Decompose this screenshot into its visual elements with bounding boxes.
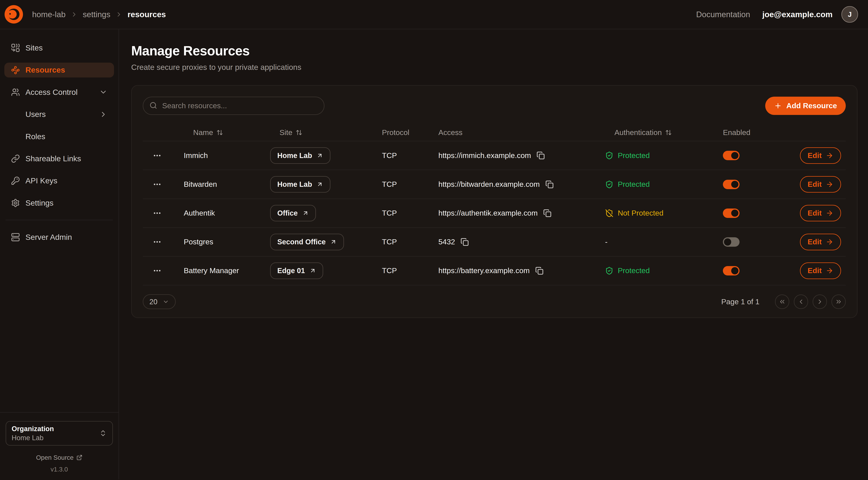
- auth-status-label: -: [605, 238, 608, 246]
- app-version: v1.3.0: [6, 466, 113, 473]
- auth-status: -: [605, 238, 608, 246]
- auth-status-label: Protected: [618, 266, 650, 275]
- sidebar-item-roles[interactable]: Roles: [4, 129, 114, 144]
- resources-card: Add Resource Name Site Protocol Access: [131, 85, 858, 318]
- arrow-right-icon: [826, 267, 833, 275]
- ellipsis-icon: [153, 209, 162, 217]
- sidebar-item-shareable-links[interactable]: Shareable Links: [4, 151, 114, 166]
- edit-button[interactable]: Edit: [800, 176, 841, 193]
- sidebar-item-api-keys[interactable]: API Keys: [4, 173, 114, 188]
- site-name: Home Lab: [277, 180, 312, 188]
- enabled-toggle[interactable]: [723, 209, 740, 218]
- page-size-select[interactable]: 20: [143, 294, 176, 309]
- sidebar-item-sites[interactable]: Sites: [4, 40, 114, 55]
- last-page-button[interactable]: [832, 295, 846, 309]
- protocol-value: TCP: [382, 238, 438, 246]
- copy-icon: [543, 209, 552, 217]
- site-name: Second Office: [277, 238, 326, 246]
- protocol-value: TCP: [382, 180, 438, 189]
- search-icon: [150, 101, 157, 109]
- enabled-toggle[interactable]: [723, 237, 740, 247]
- auth-status: Protected: [605, 266, 650, 275]
- next-page-button[interactable]: [813, 295, 827, 309]
- row-actions-button[interactable]: [151, 207, 164, 220]
- edit-button[interactable]: Edit: [800, 263, 841, 279]
- sidebar-item-access-control[interactable]: Access Control: [4, 85, 114, 100]
- access-url: https://battery.example.com: [438, 266, 530, 275]
- copy-button[interactable]: [536, 151, 545, 160]
- edit-label: Edit: [808, 180, 822, 189]
- sidebar-item-label: Shareable Links: [26, 154, 81, 163]
- auth-status-label: Protected: [618, 151, 650, 160]
- column-authentication[interactable]: Authentication: [605, 128, 723, 137]
- copy-button[interactable]: [535, 267, 544, 275]
- page-indicator: Page 1 of 1: [721, 298, 760, 306]
- row-actions-button[interactable]: [151, 264, 164, 277]
- user-email: joe@example.com: [762, 10, 833, 19]
- page-subtitle: Create secure proxies to your private ap…: [131, 63, 858, 72]
- arrow-right-icon: [826, 209, 833, 217]
- pangolin-logo-icon[interactable]: [3, 4, 24, 25]
- resource-name: Immich: [184, 151, 270, 160]
- organization-label: Organization: [11, 425, 54, 433]
- enabled-toggle[interactable]: [723, 266, 740, 275]
- resource-name: Authentik: [184, 209, 270, 217]
- site-link-button[interactable]: Home Lab: [270, 176, 331, 193]
- arrow-up-right-icon: [302, 210, 309, 216]
- protocol-value: TCP: [382, 266, 438, 275]
- chevron-right-icon: [115, 11, 123, 18]
- auth-status: Not Protected: [605, 209, 663, 217]
- toggle-knob: [731, 210, 739, 217]
- toggle-knob: [724, 238, 731, 246]
- toggle-knob: [731, 152, 739, 159]
- add-resource-label: Add Resource: [786, 101, 837, 110]
- edit-button[interactable]: Edit: [800, 147, 841, 164]
- sidebar-item-settings[interactable]: Settings: [4, 196, 114, 210]
- user-avatar[interactable]: J: [841, 6, 858, 23]
- breadcrumb-section[interactable]: settings: [83, 10, 111, 19]
- copy-button[interactable]: [461, 238, 469, 246]
- breadcrumb-page: resources: [128, 10, 166, 19]
- enabled-toggle[interactable]: [723, 151, 740, 160]
- documentation-link[interactable]: Documentation: [696, 10, 750, 19]
- add-resource-button[interactable]: Add Resource: [765, 97, 846, 115]
- copy-button[interactable]: [546, 180, 554, 189]
- sidebar-divider: [6, 220, 113, 220]
- sidebar-item-label: Sites: [26, 43, 43, 52]
- edit-button[interactable]: Edit: [800, 205, 841, 221]
- sidebar-item-users[interactable]: Users: [4, 107, 114, 122]
- sidebar-item-server-admin[interactable]: Server Admin: [4, 230, 114, 245]
- sidebar-item-label: Settings: [26, 199, 54, 207]
- row-actions-button[interactable]: [151, 178, 164, 191]
- copy-icon: [461, 238, 469, 246]
- column-name[interactable]: Name: [184, 128, 270, 137]
- site-link-button[interactable]: Home Lab: [270, 147, 331, 164]
- row-actions-button[interactable]: [151, 149, 164, 162]
- site-link-button[interactable]: Office: [270, 205, 316, 221]
- auth-status: Protected: [605, 180, 650, 189]
- arrow-up-right-icon: [316, 152, 323, 159]
- search-input[interactable]: [143, 97, 324, 115]
- sidebar: Sites Resources Access Control Users Rol…: [0, 29, 119, 479]
- site-link-button[interactable]: Second Office: [270, 234, 344, 250]
- table-footer: 20 Page 1 of 1: [143, 285, 846, 318]
- open-source-link[interactable]: Open Source: [6, 454, 113, 461]
- chevron-left-icon: [798, 298, 805, 305]
- edit-label: Edit: [808, 151, 822, 160]
- enabled-toggle[interactable]: [723, 180, 740, 189]
- organization-selector[interactable]: Organization Home Lab: [6, 421, 113, 446]
- column-site[interactable]: Site: [270, 128, 382, 137]
- link-icon: [11, 154, 20, 163]
- site-link-button[interactable]: Edge 01: [270, 263, 323, 279]
- users-icon: [11, 88, 20, 97]
- first-page-button[interactable]: [775, 295, 789, 309]
- chevron-right-icon: [816, 298, 824, 305]
- copy-button[interactable]: [543, 209, 552, 217]
- breadcrumb-org[interactable]: home-lab: [32, 10, 65, 19]
- sidebar-item-resources[interactable]: Resources: [4, 63, 114, 78]
- row-actions-button[interactable]: [151, 235, 164, 248]
- ellipsis-icon: [153, 180, 162, 189]
- edit-button[interactable]: Edit: [800, 234, 841, 250]
- prev-page-button[interactable]: [794, 295, 808, 309]
- sidebar-item-label: API Keys: [26, 176, 57, 185]
